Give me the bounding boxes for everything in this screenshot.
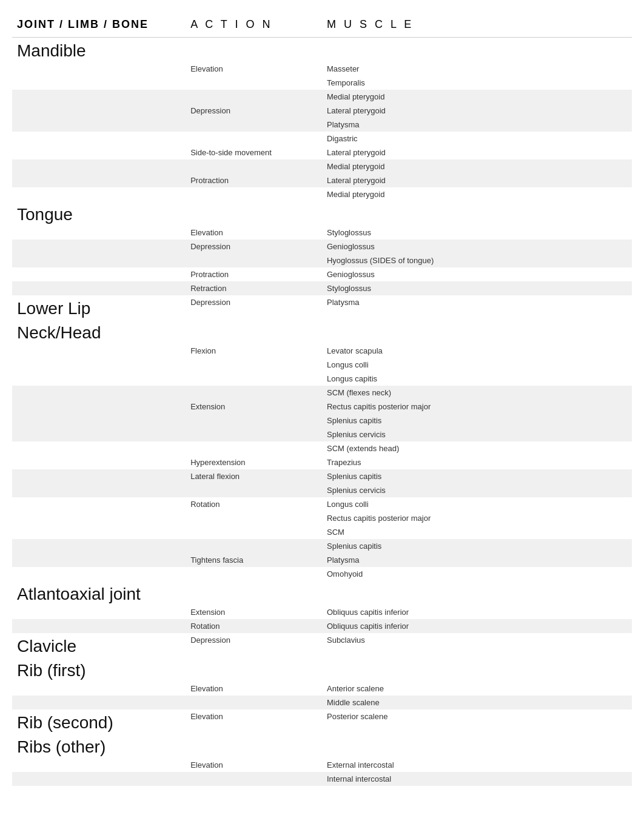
joint-cell [12, 187, 186, 201]
muscle-cell: Longus colli [322, 358, 632, 372]
joint-cell [12, 118, 186, 132]
joint-cell [12, 104, 186, 118]
muscle-cell: Obliquus capitis inferior [322, 619, 632, 633]
table-row: Temporalis [12, 76, 632, 90]
joint-cell [12, 696, 186, 709]
table-row: Mandible [12, 38, 632, 62]
muscle-cell: Splenius cervicis [322, 483, 632, 497]
action-cell [186, 696, 322, 709]
action-cell: Lateral flexion [186, 469, 322, 483]
action-cell [186, 159, 322, 173]
joint-cell [12, 525, 186, 539]
muscle-cell [322, 734, 632, 758]
table-row: Neck/Head [12, 320, 632, 344]
col-action-header: A C T I O N [186, 12, 322, 38]
muscle-cell: Masseter [322, 62, 632, 76]
action-cell: Tightens fascia [186, 553, 322, 567]
action-cell: Elevation [186, 709, 322, 734]
action-cell [186, 76, 322, 90]
muscle-cell: Styloglossus [322, 226, 632, 240]
muscle-cell: Platysma [322, 295, 632, 320]
muscle-cell: Styloglossus [322, 281, 632, 295]
table-row: Side-to-side movementLateral pterygoid [12, 146, 632, 159]
joint-cell [12, 428, 186, 441]
joint-cell [12, 90, 186, 104]
table-row: Platysma [12, 118, 632, 132]
action-cell [186, 320, 322, 344]
joint-cell [12, 483, 186, 497]
anatomy-table: JOINT / LIMB / BONE A C T I O N M U S C … [12, 12, 632, 786]
table-row: Longus colli [12, 358, 632, 372]
joint-cell [12, 344, 186, 358]
joint-cell [12, 441, 186, 455]
muscle-cell: Longus colli [322, 497, 632, 511]
joint-cell [12, 605, 186, 619]
joint-cell [12, 386, 186, 400]
joint-cell [12, 358, 186, 372]
joint-cell [12, 372, 186, 386]
muscle-cell: Splenius capitis [322, 414, 632, 428]
joint-cell [12, 240, 186, 253]
joint-cell [12, 772, 186, 786]
table-row: Medial pterygoid [12, 187, 632, 201]
joint-cell [12, 281, 186, 295]
action-cell [186, 386, 322, 400]
table-row: Rib (second)ElevationPosterior scalene [12, 709, 632, 734]
joint-cell [12, 253, 186, 267]
action-cell [186, 38, 322, 62]
muscle-cell: Lateral pterygoid [322, 173, 632, 187]
joint-cell [12, 414, 186, 428]
muscle-cell [322, 320, 632, 344]
action-cell: Rotation [186, 497, 322, 511]
joint-cell [12, 682, 186, 696]
muscle-cell: Genioglossus [322, 267, 632, 281]
action-cell: Flexion [186, 344, 322, 358]
joint-cell [12, 511, 186, 525]
joint-cell [12, 267, 186, 281]
muscle-cell: Platysma [322, 553, 632, 567]
joint-cell [12, 146, 186, 159]
action-cell: Elevation [186, 226, 322, 240]
action-cell [186, 657, 322, 682]
action-cell [186, 253, 322, 267]
muscle-cell: Omohyoid [322, 567, 632, 581]
table-row: Medial pterygoid [12, 159, 632, 173]
table-row: ClavicleDepressionSubclavius [12, 633, 632, 657]
table-row: Splenius capitis [12, 539, 632, 553]
muscle-cell: Splenius capitis [322, 469, 632, 483]
muscle-cell: Platysma [322, 118, 632, 132]
table-row: Longus capitis [12, 372, 632, 386]
action-cell: Protraction [186, 267, 322, 281]
joint-cell: Clavicle [12, 633, 186, 657]
muscle-cell: Lateral pterygoid [322, 104, 632, 118]
table-row: ProtractionGenioglossus [12, 267, 632, 281]
table-row: HyperextensionTrapezius [12, 455, 632, 469]
muscle-cell [322, 657, 632, 682]
joint-cell: Rib (first) [12, 657, 186, 682]
muscle-cell: Lateral pterygoid [322, 146, 632, 159]
joint-cell: Lower Lip [12, 295, 186, 320]
muscle-cell: Middle scalene [322, 696, 632, 709]
muscle-cell [322, 201, 632, 226]
joint-cell [12, 226, 186, 240]
table-row: Ribs (other) [12, 734, 632, 758]
action-cell [186, 483, 322, 497]
muscle-cell: SCM [322, 525, 632, 539]
action-cell [186, 525, 322, 539]
table-row: Rib (first) [12, 657, 632, 682]
muscle-cell: Levator scapula [322, 344, 632, 358]
joint-cell [12, 567, 186, 581]
table-row: ProtractionLateral pterygoid [12, 173, 632, 187]
table-row: FlexionLevator scapula [12, 344, 632, 358]
action-cell [186, 772, 322, 786]
action-cell: Protraction [186, 173, 322, 187]
action-cell: Depression [186, 104, 322, 118]
muscle-cell: Medial pterygoid [322, 187, 632, 201]
muscle-cell: Obliquus capitis inferior [322, 605, 632, 619]
action-cell [186, 372, 322, 386]
action-cell: Elevation [186, 682, 322, 696]
table-row: Tightens fasciaPlatysma [12, 553, 632, 567]
table-row: Atlantoaxial joint [12, 581, 632, 605]
action-cell: Hyperextension [186, 455, 322, 469]
table-row: DepressionLateral pterygoid [12, 104, 632, 118]
